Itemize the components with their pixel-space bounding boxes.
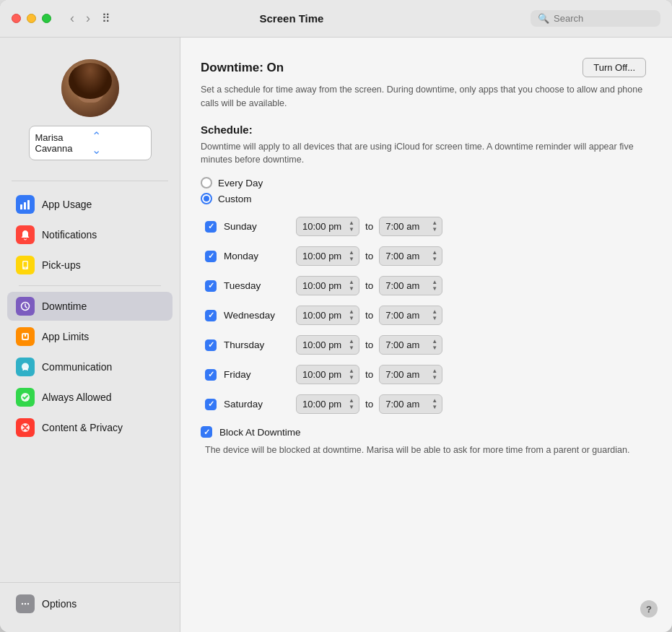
svg-rect-4 bbox=[24, 262, 27, 267]
every-day-option[interactable]: Every Day bbox=[201, 177, 646, 189]
from-time-up[interactable]: ▲ bbox=[349, 309, 354, 315]
to-time-thursday[interactable]: 7:00 am ▲ ▼ bbox=[379, 335, 442, 355]
from-time-friday[interactable]: 10:00 pm ▲ ▼ bbox=[296, 365, 359, 384]
from-time-down[interactable]: ▼ bbox=[349, 404, 354, 410]
downtime-icon bbox=[16, 297, 35, 316]
to-time-down[interactable]: ▼ bbox=[432, 404, 437, 410]
day-checkbox-sunday[interactable] bbox=[205, 221, 217, 233]
close-button[interactable] bbox=[12, 14, 21, 23]
day-label-wednesday: Wednesday bbox=[224, 310, 296, 321]
day-checkbox-saturday[interactable] bbox=[205, 399, 217, 410]
from-time-up[interactable]: ▲ bbox=[349, 220, 354, 226]
sidebar-item-content-privacy[interactable]: Content & Privacy bbox=[7, 413, 173, 442]
to-time-up[interactable]: ▲ bbox=[432, 309, 437, 315]
to-time-up[interactable]: ▲ bbox=[432, 280, 437, 285]
day-checkbox-tuesday[interactable] bbox=[205, 280, 217, 292]
svg-rect-1 bbox=[24, 202, 26, 209]
to-time-up[interactable]: ▲ bbox=[432, 368, 437, 374]
sidebar-item-label-downtime: Downtime bbox=[42, 300, 87, 312]
window: ‹ › ⠿ Screen Time 🔍 Marisa Cavanna ⌃⌄ bbox=[0, 0, 672, 632]
from-time-wednesday[interactable]: 10:00 pm ▲ ▼ bbox=[296, 306, 359, 325]
custom-option[interactable]: Custom bbox=[201, 193, 646, 204]
block-at-downtime-checkbox[interactable] bbox=[201, 426, 212, 438]
to-time-up[interactable]: ▲ bbox=[432, 339, 437, 345]
sidebar-item-options[interactable]: Options bbox=[16, 590, 164, 618]
sidebar-item-pick-ups[interactable]: Pick-ups bbox=[7, 251, 173, 280]
sidebar-item-always-allowed[interactable]: Always Allowed bbox=[7, 383, 173, 412]
from-time-down[interactable]: ▼ bbox=[349, 227, 354, 233]
minimize-button[interactable] bbox=[27, 14, 36, 23]
from-time-arrows: ▲ ▼ bbox=[349, 220, 354, 233]
search-box[interactable]: 🔍 bbox=[531, 10, 660, 27]
from-time-up[interactable]: ▲ bbox=[349, 250, 354, 256]
to-time-value: 7:00 am bbox=[385, 399, 427, 410]
custom-radio[interactable] bbox=[201, 193, 212, 204]
to-time-up[interactable]: ▲ bbox=[432, 250, 437, 256]
to-time-value: 7:00 am bbox=[385, 280, 427, 291]
svg-point-5 bbox=[25, 267, 26, 269]
from-time-up[interactable]: ▲ bbox=[349, 398, 354, 404]
to-time-value: 7:00 am bbox=[385, 221, 427, 232]
to-time-down[interactable]: ▼ bbox=[432, 227, 437, 233]
content-wrapper: Downtime: On Turn Off... Set a schedule … bbox=[180, 38, 672, 632]
day-label-monday: Monday bbox=[224, 251, 296, 261]
to-time-down[interactable]: ▼ bbox=[432, 375, 437, 381]
day-checkbox-thursday[interactable] bbox=[205, 339, 217, 351]
to-time-down[interactable]: ▼ bbox=[432, 286, 437, 292]
sidebar-item-communication[interactable]: Communication bbox=[7, 352, 173, 381]
to-time-monday[interactable]: 7:00 am ▲ ▼ bbox=[379, 246, 442, 266]
from-time-arrows: ▲ ▼ bbox=[349, 339, 354, 351]
from-time-saturday[interactable]: 10:00 pm ▲ ▼ bbox=[296, 394, 359, 414]
to-time-down[interactable]: ▼ bbox=[432, 345, 437, 351]
to-time-up[interactable]: ▲ bbox=[432, 220, 437, 226]
to-time-down[interactable]: ▼ bbox=[432, 316, 437, 321]
sidebar-item-label-app-usage: App Usage bbox=[42, 199, 92, 210]
pick-ups-icon bbox=[16, 256, 35, 274]
sidebar: Marisa Cavanna ⌃⌄ App Usage bbox=[0, 38, 180, 632]
zoom-button[interactable] bbox=[42, 14, 51, 23]
to-label: to bbox=[365, 339, 373, 350]
sidebar-item-app-limits[interactable]: App Limits bbox=[7, 322, 173, 351]
from-time-arrows: ▲ ▼ bbox=[349, 398, 354, 410]
to-time-tuesday[interactable]: 7:00 am ▲ ▼ bbox=[379, 276, 442, 295]
sidebar-item-downtime[interactable]: Downtime bbox=[7, 292, 173, 321]
from-time-tuesday[interactable]: 10:00 pm ▲ ▼ bbox=[296, 276, 359, 295]
to-time-wednesday[interactable]: 7:00 am ▲ ▼ bbox=[379, 306, 442, 325]
day-row: Friday 10:00 pm ▲ ▼ to 7:00 am ▲ ▼ bbox=[205, 360, 646, 389]
day-checkbox-monday[interactable] bbox=[205, 251, 217, 262]
day-checkbox-wednesday[interactable] bbox=[205, 310, 217, 321]
every-day-radio[interactable] bbox=[201, 177, 212, 189]
content-privacy-icon bbox=[16, 418, 35, 437]
avatar bbox=[61, 59, 119, 117]
content-area: Downtime: On Turn Off... Set a schedule … bbox=[180, 38, 672, 632]
turn-off-button[interactable]: Turn Off... bbox=[582, 58, 646, 77]
from-time-down[interactable]: ▼ bbox=[349, 345, 354, 351]
from-time-down[interactable]: ▼ bbox=[349, 316, 354, 321]
help-button[interactable]: ? bbox=[640, 600, 658, 618]
from-time-down[interactable]: ▼ bbox=[349, 286, 354, 292]
from-time-up[interactable]: ▲ bbox=[349, 339, 354, 345]
from-time-up[interactable]: ▲ bbox=[349, 368, 354, 374]
avatar-image bbox=[61, 59, 119, 117]
to-time-down[interactable]: ▼ bbox=[432, 256, 437, 262]
to-time-up[interactable]: ▲ bbox=[432, 398, 437, 404]
to-time-sunday[interactable]: 7:00 am ▲ ▼ bbox=[379, 217, 442, 236]
day-checkbox-friday[interactable] bbox=[205, 369, 217, 381]
to-time-saturday[interactable]: 7:00 am ▲ ▼ bbox=[379, 394, 442, 414]
user-section: Marisa Cavanna ⌃⌄ bbox=[0, 52, 180, 175]
svg-rect-0 bbox=[20, 204, 22, 209]
from-time-down[interactable]: ▼ bbox=[349, 375, 354, 381]
user-selector[interactable]: Marisa Cavanna ⌃⌄ bbox=[29, 126, 152, 160]
from-time-down[interactable]: ▼ bbox=[349, 256, 354, 262]
from-time-sunday[interactable]: 10:00 pm ▲ ▼ bbox=[296, 217, 359, 236]
sidebar-item-app-usage[interactable]: App Usage bbox=[7, 190, 173, 219]
to-time-friday[interactable]: 7:00 am ▲ ▼ bbox=[379, 365, 442, 384]
from-time-value: 10:00 pm bbox=[302, 399, 344, 410]
search-input[interactable] bbox=[554, 13, 653, 24]
block-description: The device will be blocked at downtime. … bbox=[205, 443, 646, 457]
sidebar-item-notifications[interactable]: Notifications bbox=[7, 220, 173, 249]
from-time-thursday[interactable]: 10:00 pm ▲ ▼ bbox=[296, 335, 359, 355]
window-title: Screen Time bbox=[53, 12, 531, 25]
from-time-monday[interactable]: 10:00 pm ▲ ▼ bbox=[296, 246, 359, 266]
from-time-up[interactable]: ▲ bbox=[349, 280, 354, 285]
